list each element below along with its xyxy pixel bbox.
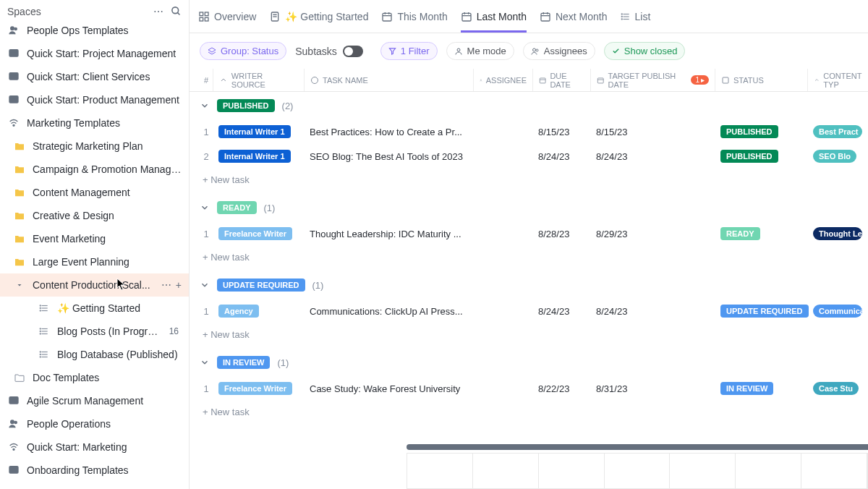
cell-due-date[interactable]: 8/28/23 [532,221,590,246]
col-writer-source[interactable]: WRITER SOURCE [213,69,304,91]
table-row[interactable]: 1 Freelance Writer Thought Leadership: I… [190,221,868,246]
cell-task-name[interactable]: SEO Blog: The Best AI Tools of 2023 [304,144,473,169]
filter-pill[interactable]: 1 Filter [380,42,438,60]
sidebar-item[interactable]: People Operations [0,412,189,435]
cell-assignee[interactable] [473,376,532,401]
chevron-down-icon[interactable] [200,280,210,290]
cell-writer-source[interactable]: Internal Writer 1 [213,144,304,169]
sidebar-item[interactable]: Large Event Planning [0,250,189,273]
target-filter-badge[interactable]: 1▸ [691,75,709,85]
cell-target-date[interactable]: 8/31/23 [590,376,715,401]
col-assignee[interactable]: ASSIGNEE [473,69,532,91]
new-task-button[interactable]: + New task [190,323,868,349]
group-header[interactable]: PUBLISHED(2) [190,92,868,119]
table-row[interactable]: 1 Freelance Writer Case Study: Wake Fore… [190,376,868,401]
cell-task-name[interactable]: Best Practices: How to Create a Pr... [304,119,473,144]
show-closed-pill[interactable]: Show closed [604,42,686,60]
cell-due-date[interactable]: 8/22/23 [532,376,590,401]
cell-status[interactable]: IN REVIEW [715,376,807,401]
table-row[interactable]: 1 Internal Writer 1 Best Practices: How … [190,119,868,144]
chevron-down-icon[interactable] [200,203,210,213]
cell-task-name[interactable]: Case Study: Wake Forest University [304,376,473,401]
scrollbar-thumb[interactable] [407,444,868,450]
col-num[interactable]: # [200,69,213,91]
sidebar-item[interactable]: Doc Templates [0,366,189,389]
cell-content-type[interactable]: SEO Blo [807,144,868,169]
cell-target-date[interactable]: 8/15/23 [590,119,715,144]
cell-writer-source[interactable]: Freelance Writer [213,376,304,401]
new-task-button[interactable]: + New task [190,401,868,426]
tab-last-month[interactable]: Last Month [461,0,527,33]
sidebar-item[interactable]: ✨ Getting Started [0,297,189,320]
sidebar-item[interactable]: Creative & Design [0,204,189,227]
col-content-type[interactable]: CONTENT TYP [807,69,868,91]
sidebar-item[interactable]: Blog Posts (In Progress)16 [0,320,189,343]
sidebar-item[interactable]: Blog Database (Published) [0,343,189,366]
item-more-icon[interactable]: ⋯ [161,279,171,291]
new-task-button[interactable]: + New task [190,246,868,271]
sidebar-item[interactable]: Onboarding Templates [0,459,189,482]
cell-task-name[interactable]: Thought Leadership: IDC Maturity ... [304,221,473,246]
sidebar-item[interactable]: Content Management [0,181,189,204]
sidebar-more-icon[interactable]: ⋯ [153,6,163,17]
cell-due-date[interactable]: 8/24/23 [532,299,590,323]
cell-assignee[interactable] [473,221,532,246]
cell-assignee[interactable] [473,299,532,323]
cell-assignee[interactable] [473,119,532,144]
group-header[interactable]: READY(1) [190,194,868,221]
tab-overview[interactable]: Overview [198,0,256,33]
table-row[interactable]: 1 Agency Communications: ClickUp AI Pres… [190,299,868,323]
cell-target-date[interactable]: 8/29/23 [590,221,715,246]
cell-due-date[interactable]: 8/15/23 [532,119,590,144]
me-mode-pill[interactable]: Me mode [446,42,514,60]
sidebar-item[interactable]: Consulting Services [0,482,189,489]
cell-assignee[interactable] [473,144,532,169]
chevron-down-icon[interactable] [200,357,210,367]
group-header[interactable]: IN REVIEW(1) [190,349,868,376]
item-add-icon[interactable]: + [176,279,182,291]
sidebar-item[interactable]: Quick Start: Project Management [0,42,189,65]
group-by-pill[interactable]: Group: Status [200,42,286,60]
cell-status[interactable]: READY [715,221,807,246]
table-row[interactable]: 2 Internal Writer 1 SEO Blog: The Best A… [190,144,868,169]
new-task-button[interactable]: + New task [190,169,868,194]
tab-this-month[interactable]: This Month [381,0,447,33]
subtasks-toggle[interactable]: Subtasks [295,46,363,57]
cell-status[interactable]: PUBLISHED [715,144,807,169]
cell-due-date[interactable]: 8/24/23 [532,144,590,169]
cell-status[interactable]: UPDATE REQUIRED [715,299,807,323]
cell-writer-source[interactable]: Agency [213,299,304,323]
search-icon[interactable] [171,6,182,17]
group-header[interactable]: UPDATE REQUIRED(1) [190,271,868,299]
assignees-pill[interactable]: Assignees [523,42,595,60]
tab--getting-started[interactable]: ✨ Getting Started [269,0,368,33]
sidebar-item[interactable]: Strategic Marketing Plan [0,135,189,158]
sidebar-item[interactable]: Marketing Templates [0,111,189,135]
cell-target-date[interactable]: 8/24/23 [590,299,715,323]
sidebar-item[interactable]: People Ops Templates [0,19,189,42]
cell-content-type[interactable]: Case Stu [807,376,868,401]
cell-content-type[interactable]: Thought Lead [807,221,868,246]
col-due-date[interactable]: DUE DATE [532,69,590,91]
cell-content-type[interactable]: Communicati [807,299,868,323]
col-task-name[interactable]: TASK NAME [304,69,473,91]
tab-list[interactable]: List [621,0,651,33]
tab-next-month[interactable]: Next Month [540,0,608,33]
sidebar-item[interactable]: Quick Start: Client Services [0,65,189,88]
col-status[interactable]: STATUS [715,69,807,91]
sidebar-item[interactable]: Quick Start: Marketing [0,435,189,459]
sidebar-item[interactable]: Quick Start: Product Management [0,88,189,111]
cell-target-date[interactable]: 8/24/23 [590,144,715,169]
sidebar-item[interactable]: Campaign & Promotion Manage... [0,158,189,181]
horizontal-scrollbar[interactable] [407,444,858,450]
cell-content-type[interactable]: Best Pract [807,119,868,144]
sidebar-item[interactable]: Agile Scrum Management [0,389,189,412]
cell-writer-source[interactable]: Freelance Writer [213,221,304,246]
col-target-date[interactable]: TARGET PUBLISH DATE 1▸ [590,69,715,91]
chevron-down-icon[interactable] [200,101,210,111]
cell-task-name[interactable]: Communications: ClickUp AI Press... [304,299,473,323]
sidebar-item[interactable]: Content Production Scal...⋯+ [0,273,189,297]
sidebar-item[interactable]: Event Marketing [0,227,189,250]
cell-writer-source[interactable]: Internal Writer 1 [213,119,304,144]
cell-status[interactable]: PUBLISHED [715,119,807,144]
